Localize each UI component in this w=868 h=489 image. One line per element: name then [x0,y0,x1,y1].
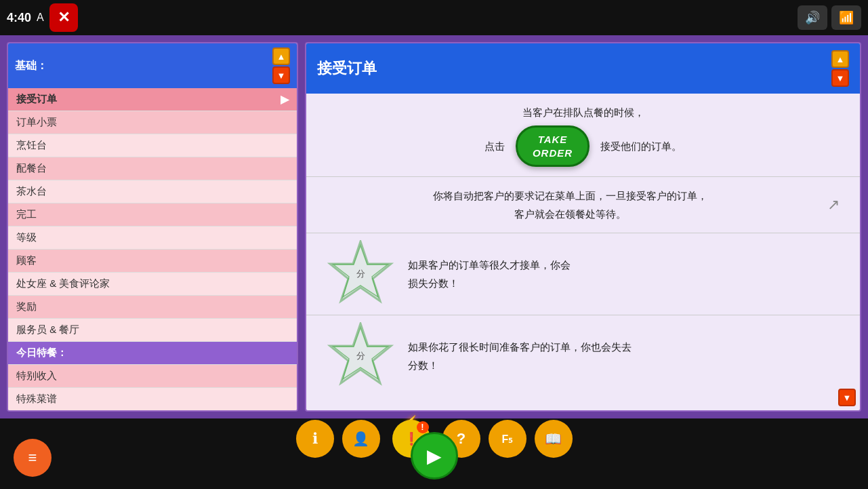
section1-prefix: 当客户在排队点餐的时候， [522,103,644,121]
menu-item-10[interactable]: 服务员 & 餐厅 [8,319,297,342]
f5-button[interactable]: F₅ [489,420,526,458]
menu-item-0[interactable]: 接受订单▶ [8,88,297,111]
category-header-label: 基础： [15,59,47,73]
section-score-warning-2: 分 如果你花了很长时间准备客户的订单，你也会失去分数！ [306,315,860,397]
score-badge-2-text: 分 [356,350,365,362]
right-panel-title: 接受订单 [317,58,377,79]
section3-text-block: 如果客户的订单等很久才接单，你会损失分数！ [408,256,840,292]
score-badge-1: 分 [327,240,394,308]
menu-item-8[interactable]: 处女座 & 美食评论家 [8,273,297,296]
menu-item-3[interactable]: 配餐台 [8,157,297,180]
logo-icon: ✕ [49,3,78,32]
right-scroll-bottom-down[interactable]: ▼ [838,389,856,406]
audio-button[interactable]: 🔊 [798,5,827,30]
menu-item-1[interactable]: 订单小票 [8,111,297,134]
take-order-action-row: 点击 TAKEORDER 接受他们的订单。 [327,125,840,167]
menu-item-12[interactable]: 特别收入 [8,365,297,388]
menu-item-4[interactable]: 茶水台 [8,180,297,203]
right-panel-header: 接受订单 ▲ ▼ [306,43,860,94]
section-score-warning-1: 分 如果客户的订单等很久才接单，你会损失分数！ [306,233,860,315]
top-bar: 4:40 A ✕ 🔊 📶 [0,0,868,35]
info-button[interactable]: ℹ [296,420,334,458]
category-header: 基础： ▲ ▼ [8,43,297,88]
section-auto-record: 你将自动把客户的要求记在菜单上面，一旦接受客户的订单，客户就会在领餐处等待。 ↗ [306,177,860,233]
left-panel: 基础： ▲ ▼ 接受订单▶订单小票烹饪台配餐台茶水台完工等级顾客处女座 & 美食… [7,42,298,412]
clock-display: 4:40 [7,11,31,25]
right-scroll-up[interactable]: ▲ [831,50,849,68]
section4-text: 如果你花了很长时间准备客户的订单，你也会失去分数！ [408,338,840,374]
section1-click-label: 点击 [484,137,505,155]
right-panel: 接受订单 ▲ ▼ 当客户在排队点餐的时候， 点击 TAKEORDER 接受他们的… [305,42,861,412]
score-badge-1-text: 分 [356,268,365,280]
take-order-btn-text: TAKEORDER [533,133,573,159]
menu-button[interactable]: ≡ [14,439,51,477]
menu-item-9[interactable]: 奖励 [8,296,297,319]
main-area: 基础： ▲ ▼ 接受订单▶订单小票烹饪台配餐台茶水台完工等级顾客处女座 & 美食… [0,35,868,418]
score-badge-2: 分 [327,322,394,390]
play-button[interactable]: ▶ [411,432,458,480]
menu-item-11[interactable]: 今日特餐： [8,342,297,365]
section3-text: 如果客户的订单等很久才接单，你会损失分数！ [408,256,840,292]
menu-list: 接受订单▶订单小票烹饪台配餐台茶水台完工等级顾客处女座 & 美食评论家奖励服务员… [8,88,297,412]
right-scroll-controls-bottom: ▼ [838,389,856,406]
menu-item-2[interactable]: 烹饪台 [8,134,297,157]
section1-suffix: 接受他们的订单。 [600,137,682,155]
cursor-icon: ↗ [827,196,840,214]
left-scroll-up-btn[interactable]: ▲ [272,47,290,65]
wifi-icon: 📶 [831,5,861,30]
section2-text: 你将自动把客户的要求记在菜单上面，一旦接受客户的订单，客户就会在领餐处等待。 [327,187,814,223]
user-button[interactable]: 👤 [342,420,380,458]
bottom-bar: ≡ ℹ 👤 ⚡ ❗ ? F₅ 📖 ▶ [0,418,868,489]
take-order-row: 当客户在排队点餐的时候， [327,103,840,121]
take-order-button[interactable]: TAKEORDER [516,125,590,167]
topbar-left: 4:40 A ✕ [7,3,78,32]
book-button[interactable]: 📖 [535,420,573,458]
section4-text-block: 如果你花了很长时间准备客户的订单，你也会失去分数！ [408,338,840,374]
menu-item-5[interactable]: 完工 [8,203,297,227]
menu-item-7[interactable]: 顾客 [8,250,297,273]
topbar-right: 🔊 📶 [798,5,861,30]
left-scroll-down-btn[interactable]: ▼ [272,66,290,84]
right-scroll-down[interactable]: ▼ [831,69,849,87]
menu-item-13[interactable]: 特殊菜谱 [8,388,297,411]
menu-item-6[interactable]: 等级 [8,227,297,250]
section-take-order: 当客户在排队点餐的时候， 点击 TAKEORDER 接受他们的订单。 [306,94,860,177]
menu-item-14[interactable]: 节日： [8,411,297,412]
keyboard-icon: A [37,12,44,24]
